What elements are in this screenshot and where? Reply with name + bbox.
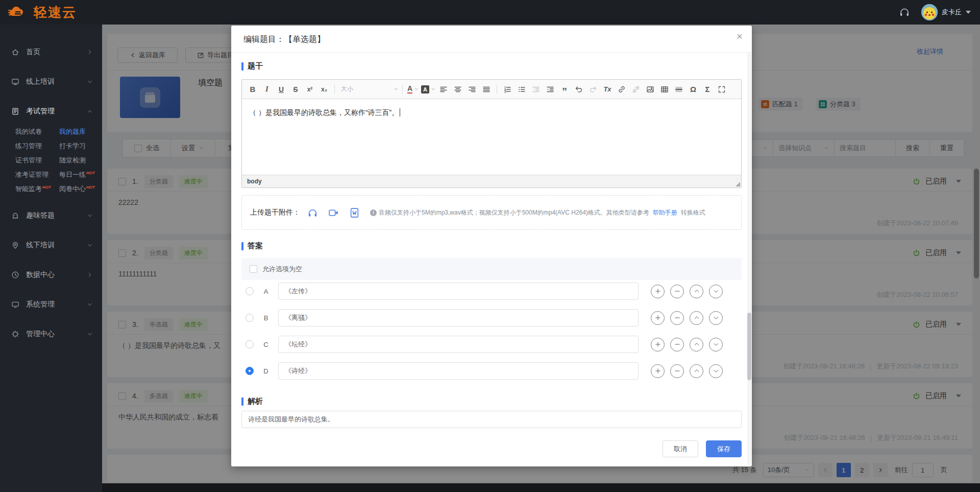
attachment-label: 上传题干附件： <box>250 208 300 217</box>
move-down-option-icon[interactable] <box>709 285 723 298</box>
ghost-icon <box>11 212 19 220</box>
option-text-input-A[interactable] <box>278 283 639 300</box>
user-menu[interactable]: 皮卡丘 <box>921 4 971 20</box>
option-text-input-B[interactable] <box>278 309 639 326</box>
sidebar-subitem-smart-proctoring[interactable]: 智能监考HOT <box>15 184 59 194</box>
indent-icon[interactable] <box>544 83 557 96</box>
option-radio-B[interactable] <box>246 314 254 322</box>
background-color-icon[interactable]: A <box>421 83 436 96</box>
sidebar-item-fun-quiz[interactable]: 趣味答题 <box>0 201 102 230</box>
sidebar-item-admin-center[interactable]: 管理中心 <box>0 319 102 349</box>
link-icon[interactable] <box>615 83 628 96</box>
cancel-button[interactable]: 取消 <box>663 440 698 457</box>
move-up-option-icon[interactable] <box>690 311 703 325</box>
remove-option-icon[interactable] <box>670 364 684 378</box>
sidebar-item-label: 管理中心 <box>26 330 87 339</box>
sidebar-subitem-marking-center[interactable]: 阅卷中心HOT <box>59 184 102 194</box>
sidebar-subitem-daily-practice[interactable]: 每日一练HOT <box>59 170 102 179</box>
move-down-option-icon[interactable] <box>709 311 723 325</box>
blockquote-icon[interactable]: ” <box>558 83 571 96</box>
strikethrough-icon[interactable]: S <box>289 83 302 96</box>
add-option-icon[interactable] <box>651 338 665 352</box>
modal-scrollbar[interactable] <box>747 53 751 465</box>
option-text-input-C[interactable] <box>278 336 639 353</box>
align-center-icon[interactable] <box>451 83 464 96</box>
help-manual-link[interactable]: 帮助手册 <box>653 208 677 217</box>
sidebar-item-online-training[interactable]: 线上培训 <box>0 67 102 97</box>
move-up-option-icon[interactable] <box>690 364 703 378</box>
move-up-option-icon[interactable] <box>690 338 703 352</box>
omega-icon[interactable]: Ω <box>687 83 700 96</box>
remove-option-icon[interactable] <box>670 311 684 325</box>
superscript-icon[interactable]: x² <box>303 83 316 96</box>
sidebar-item-exam-management[interactable]: 考试管理 <box>0 97 102 126</box>
sidebar-item-label: 数据中心 <box>26 270 87 279</box>
upload-audio-icon[interactable] <box>307 207 318 218</box>
remove-option-icon[interactable] <box>670 285 684 298</box>
option-radio-C[interactable] <box>246 340 254 348</box>
upload-video-icon[interactable] <box>328 207 339 218</box>
add-option-icon[interactable] <box>651 364 665 378</box>
sidebar-subitem-checkin-learning[interactable]: 打卡学习 <box>59 142 102 151</box>
move-up-option-icon[interactable] <box>690 285 703 298</box>
analysis-section-label: 解析 <box>241 396 263 406</box>
bold-icon[interactable]: B <box>246 83 259 96</box>
sidebar-subitem-my-papers[interactable]: 我的试卷 <box>15 127 59 136</box>
option-text-input-D[interactable] <box>278 362 639 380</box>
path-element-label[interactable]: body <box>247 178 262 185</box>
font-size-icon[interactable]: 大小 <box>338 83 399 96</box>
support-headset-icon[interactable] <box>899 7 910 18</box>
analysis-input[interactable] <box>241 411 742 428</box>
pin-icon <box>11 241 19 249</box>
option-letter: D <box>261 367 271 375</box>
remove-option-icon[interactable] <box>670 338 684 352</box>
table-icon[interactable] <box>658 83 671 96</box>
close-icon[interactable]: × <box>737 31 743 41</box>
option-radio-A[interactable] <box>246 287 254 295</box>
move-down-option-icon[interactable] <box>709 338 723 352</box>
fullscreen-icon[interactable] <box>715 83 728 96</box>
modal-scrollbar-thumb[interactable] <box>747 313 751 380</box>
chevron-right-icon <box>87 49 93 55</box>
sidebar-item-offline-training[interactable]: 线下培训 <box>0 230 102 260</box>
remove-format-icon[interactable]: Tx <box>601 83 614 96</box>
top-bar: 轻速云 皮卡丘 <box>0 0 980 25</box>
sidebar-subitem-my-question-bank[interactable]: 我的题库 <box>59 127 102 136</box>
sidebar-subitem-admission-ticket[interactable]: 准考证管理 <box>15 170 59 179</box>
italic-icon[interactable]: I <box>260 83 274 96</box>
underline-icon[interactable]: U <box>275 83 288 96</box>
section-accent-bar <box>241 62 243 71</box>
align-right-icon[interactable] <box>465 83 479 96</box>
remove-format-glyph: Tx <box>603 85 611 93</box>
undo-icon[interactable] <box>572 83 585 96</box>
sidebar-subitem-certificate-management[interactable]: 证书管理 <box>15 156 59 165</box>
chevron-right-icon <box>87 272 93 278</box>
sidebar-item-data-center[interactable]: 数据中心 <box>0 260 102 290</box>
sidebar-item-home[interactable]: 首页 <box>0 37 102 67</box>
sidebar-item-system-management[interactable]: 系统管理 <box>0 290 102 319</box>
sidebar-item-label: 系统管理 <box>26 300 87 309</box>
allow-empty-checkbox[interactable] <box>250 265 257 273</box>
ordered-list-icon[interactable] <box>501 83 514 96</box>
add-option-icon[interactable] <box>651 285 665 298</box>
sidebar-subitem-practice-management[interactable]: 练习管理 <box>15 142 59 151</box>
option-radio-D[interactable] <box>246 367 254 375</box>
sidebar-subitem-classroom-test[interactable]: 随堂检测 <box>59 156 102 165</box>
save-button[interactable]: 保存 <box>706 440 742 457</box>
align-justify-icon[interactable] <box>480 83 493 96</box>
move-down-option-icon[interactable] <box>709 364 723 378</box>
image-icon[interactable] <box>644 83 657 96</box>
horizontal-line-icon[interactable] <box>672 83 685 96</box>
editor-resize-handle[interactable] <box>736 182 740 186</box>
subscript-icon[interactable]: x₂ <box>317 83 331 96</box>
sigma-icon[interactable]: Σ <box>701 83 714 96</box>
section-accent-bar <box>241 242 243 250</box>
align-left-icon[interactable] <box>437 83 450 96</box>
upload-document-icon[interactable] <box>349 207 360 218</box>
editor-content[interactable]: （ ）是我国最早的诗歌总集，又称作“诗三百”。 <box>242 99 741 175</box>
gear-icon <box>11 330 19 338</box>
unordered-list-icon[interactable] <box>515 83 528 96</box>
add-option-icon[interactable] <box>651 311 665 325</box>
text-color-icon[interactable]: A <box>406 83 420 96</box>
user-caret-down-icon <box>966 11 971 14</box>
